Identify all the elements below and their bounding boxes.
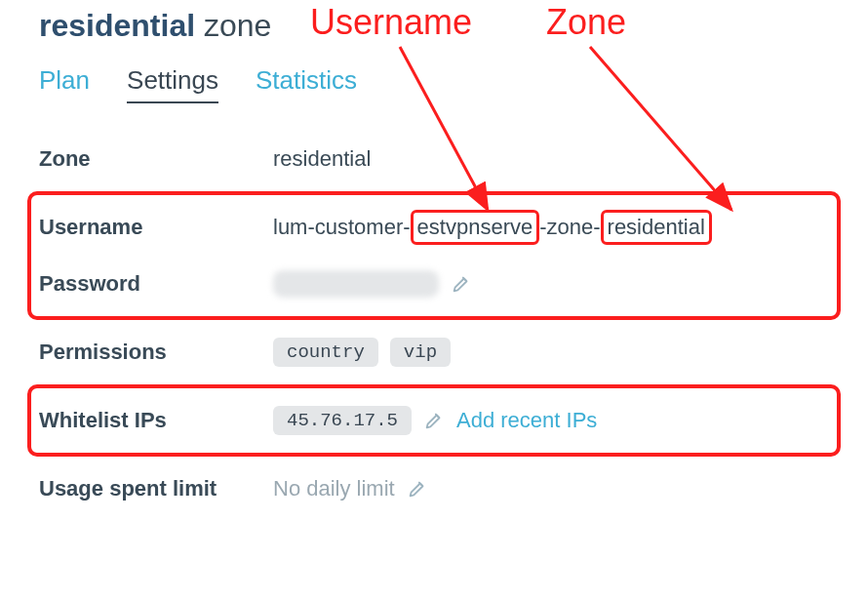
label-zone: Zone bbox=[39, 146, 273, 172]
label-password: Password bbox=[39, 271, 273, 297]
row-username: Username lum-customer-estvpnserve-zone-r… bbox=[39, 199, 829, 256]
tab-statistics[interactable]: Statistics bbox=[256, 65, 357, 103]
tabs: Plan Settings Statistics bbox=[39, 65, 829, 103]
value-usage-limit: No daily limit bbox=[273, 476, 395, 501]
label-usage-limit: Usage spent limit bbox=[39, 476, 273, 501]
value-username: lum-customer-estvpnserve-zone-residentia… bbox=[273, 210, 712, 245]
tab-plan[interactable]: Plan bbox=[39, 65, 90, 103]
add-recent-ips-link[interactable]: Add recent IPs bbox=[456, 408, 597, 433]
tab-settings[interactable]: Settings bbox=[127, 65, 218, 103]
label-permissions: Permissions bbox=[39, 340, 273, 365]
row-password: Password bbox=[39, 256, 829, 312]
row-permissions: Permissions country vip bbox=[39, 324, 829, 381]
edit-usage-limit-button[interactable] bbox=[407, 478, 428, 500]
page-title-name: residential bbox=[39, 8, 195, 43]
row-zone: Zone residential bbox=[39, 131, 829, 187]
edit-whitelist-button[interactable] bbox=[423, 410, 445, 431]
whitelist-ip: 45.76.17.5 bbox=[273, 406, 412, 435]
page-title-suffix: zone bbox=[195, 8, 271, 43]
page-title: residential zone bbox=[39, 8, 829, 44]
highlight-box-credentials: Username lum-customer-estvpnserve-zone-r… bbox=[27, 191, 841, 320]
label-whitelist: Whitelist IPs bbox=[39, 408, 273, 433]
username-customer-box: estvpnserve bbox=[411, 210, 540, 245]
label-username: Username bbox=[39, 215, 273, 240]
password-masked bbox=[273, 270, 439, 298]
highlight-box-whitelist: Whitelist IPs 45.76.17.5 Add recent IPs bbox=[27, 384, 841, 457]
row-whitelist: Whitelist IPs 45.76.17.5 Add recent IPs bbox=[39, 392, 829, 449]
permission-country: country bbox=[273, 338, 378, 367]
permission-vip: vip bbox=[390, 338, 451, 367]
row-usage-limit: Usage spent limit No daily limit bbox=[39, 461, 829, 517]
edit-password-button[interactable] bbox=[451, 273, 472, 295]
username-prefix: lum-customer- bbox=[273, 215, 411, 240]
username-mid: -zone- bbox=[539, 215, 600, 240]
username-zone-box: residential bbox=[601, 210, 712, 245]
value-zone: residential bbox=[273, 146, 371, 172]
